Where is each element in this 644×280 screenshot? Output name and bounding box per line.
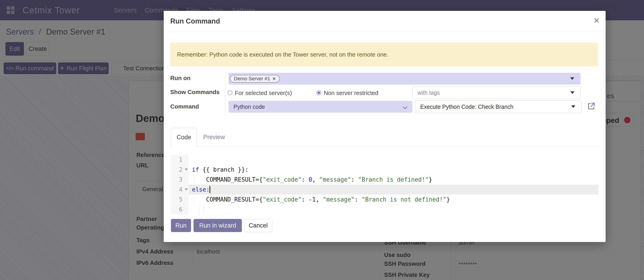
indent-guide	[204, 204, 204, 214]
python-warning-alert: Remember: Python code is executed on the…	[170, 43, 598, 66]
indent-guide	[193, 195, 194, 204]
cancel-button[interactable]: Cancel	[244, 219, 272, 232]
label-show-commands: Show Commands	[170, 89, 220, 96]
server-tag-label: Demo Server #1	[234, 76, 270, 82]
indent-guide	[193, 175, 194, 185]
label-run-on: Run on	[170, 75, 190, 82]
line-number: 5	[170, 195, 189, 204]
modal-header-divider	[164, 31, 606, 32]
line-number[interactable]: 2	[170, 165, 189, 175]
fold-arrow-icon[interactable]	[185, 169, 188, 171]
with-tags-placeholder: with tags	[418, 90, 440, 96]
code-editor[interactable]: 12if {{ branch }}:3 COMMAND_RESULT={"exi…	[170, 155, 598, 214]
command-type-value: Python code	[234, 104, 265, 110]
line-number: 6	[170, 204, 189, 214]
with-tags-caret-icon[interactable]	[570, 91, 574, 94]
code-line: 4else:	[170, 185, 598, 195]
line-number: 1	[170, 155, 189, 165]
line-number[interactable]: 4	[170, 185, 189, 195]
run-command-modal: Run Command ✕ Remember: Python code is e…	[164, 11, 606, 242]
radio-for-selected-servers[interactable]	[228, 90, 232, 95]
run-on-field[interactable]: Demo Server #1 ✕	[228, 73, 580, 85]
command-caret-icon[interactable]	[571, 105, 575, 108]
close-icon[interactable]: ✕	[594, 17, 600, 25]
server-tag-pill[interactable]: Demo Server #1 ✕	[230, 75, 280, 83]
radio-non-server-restricted[interactable]	[316, 90, 321, 95]
tab-code[interactable]: Code	[171, 128, 197, 147]
label-command: Command	[170, 103, 199, 110]
line-number: 3	[170, 175, 189, 185]
radio-label-selected-servers[interactable]: For selected server(s)	[235, 90, 292, 97]
command-field[interactable]: Execute Python Code: Check Branch	[415, 100, 582, 113]
run-button[interactable]: Run	[171, 219, 191, 232]
run-in-wizard-button[interactable]: Run in wizard	[194, 219, 242, 232]
command-type-select[interactable]: Python code	[228, 101, 412, 113]
code-line: 1	[170, 155, 598, 165]
text-cursor	[210, 186, 210, 193]
run-on-caret-icon[interactable]	[570, 77, 574, 80]
code-line: 3 COMMAND_RESULT={"exit_code": 0, "messa…	[170, 175, 598, 185]
tab-preview[interactable]: Preview	[203, 134, 225, 141]
tabs-divider	[170, 146, 598, 147]
external-link-icon[interactable]	[587, 102, 596, 110]
with-tags-field[interactable]: with tags	[412, 86, 580, 99]
tag-remove-icon[interactable]: ✕	[272, 76, 276, 81]
command-value: Execute Python Code: Check Branch	[420, 104, 514, 110]
radio-label-non-restricted[interactable]: Non server restricted	[324, 90, 378, 97]
code-line: 5 COMMAND_RESULT={"exit_code": -1, "mess…	[170, 195, 598, 204]
modal-title: Run Command	[170, 17, 220, 25]
code-line: 2if {{ branch }}:	[170, 165, 598, 175]
code-line: 6	[170, 204, 598, 214]
screen: Cetmix Tower Servers Commands Files Tool…	[0, 0, 644, 280]
fold-arrow-icon[interactable]	[185, 188, 188, 190]
indent-guide	[199, 204, 199, 214]
